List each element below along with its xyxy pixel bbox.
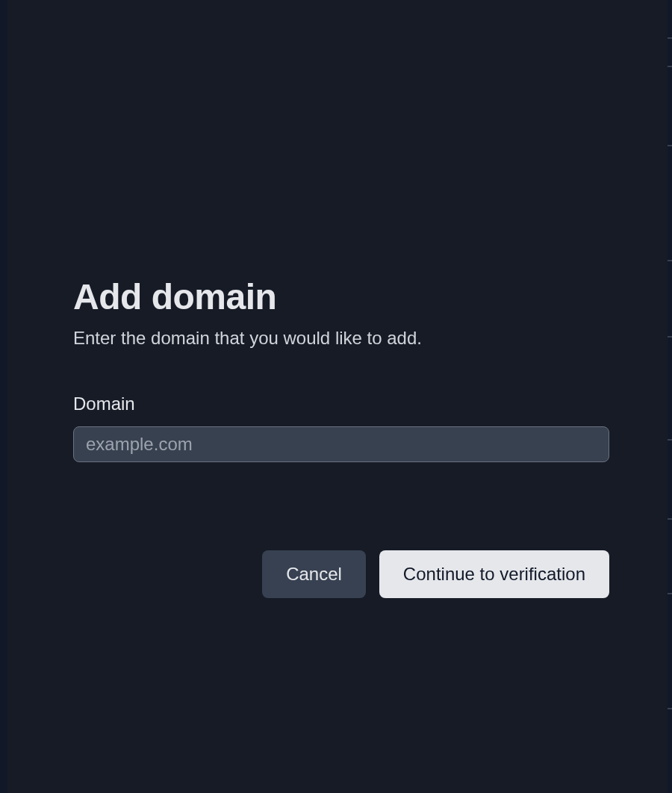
continue-button[interactable]: Continue to verification — [379, 550, 609, 598]
modal-subtitle: Enter the domain that you would like to … — [73, 328, 609, 349]
modal-content: Add domain Enter the domain that you wou… — [73, 276, 609, 598]
add-domain-modal: Add domain Enter the domain that you wou… — [7, 0, 668, 793]
domain-input[interactable] — [73, 426, 609, 462]
modal-actions: Cancel Continue to verification — [73, 550, 609, 598]
modal-title: Add domain — [73, 276, 609, 317]
scroll-edge-markers — [668, 0, 672, 793]
page-backdrop: Add domain Enter the domain that you wou… — [0, 0, 672, 793]
cancel-button[interactable]: Cancel — [262, 550, 366, 598]
domain-label: Domain — [73, 394, 609, 414]
